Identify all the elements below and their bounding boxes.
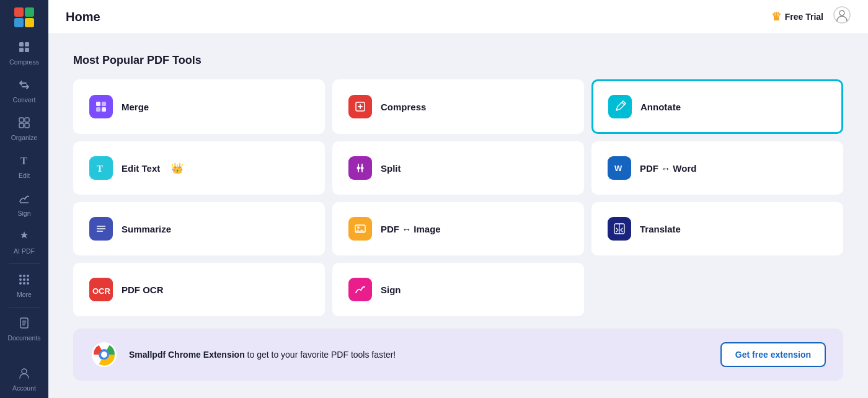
edit-text-crown: 👑: [171, 162, 184, 174]
svg-rect-1: [25, 42, 29, 46]
sidebar-label-edit: Edit: [19, 172, 30, 179]
organize-icon: [17, 116, 31, 131]
extension-banner: Smallpdf Chrome Extension to get to your…: [73, 329, 843, 381]
tool-card-pdf-word[interactable]: W PDF ↔ Word: [591, 141, 843, 195]
sidebar-item-compress[interactable]: Compress: [0, 34, 48, 72]
tool-card-pdf-ocr[interactable]: OCR PDF OCR: [73, 263, 325, 316]
sidebar-item-organize[interactable]: Organize: [0, 110, 48, 148]
svg-point-13: [19, 278, 22, 281]
pdf-word-label: PDF ↔ Word: [640, 163, 696, 174]
svg-rect-29: [102, 107, 106, 112]
get-extension-button[interactable]: Get free extension: [720, 342, 826, 367]
merge-icon: [89, 95, 113, 118]
main-content: Home ♛ Free Trial Most Popular PDF Tools: [48, 0, 868, 398]
sidebar-divider: [9, 263, 40, 264]
tool-card-pdf-image[interactable]: PDF ↔ Image: [332, 202, 584, 255]
split-icon: [348, 156, 372, 180]
section-title: Most Popular PDF Tools: [73, 54, 843, 67]
sign-tool-label: Sign: [381, 285, 401, 295]
pdf-word-icon: W: [608, 156, 631, 180]
translate-label: Translate: [640, 224, 681, 234]
split-label: Split: [381, 163, 401, 174]
sidebar-item-ai-pdf[interactable]: AI PDF: [0, 223, 48, 261]
tool-card-summarize[interactable]: Summarize: [73, 202, 325, 255]
svg-rect-2: [19, 48, 24, 52]
sidebar-label-sign: Sign: [17, 210, 30, 217]
sidebar-item-documents[interactable]: Documents: [0, 310, 48, 348]
sidebar-item-more[interactable]: More: [0, 267, 48, 304]
svg-point-16: [19, 282, 22, 285]
svg-rect-4: [19, 118, 24, 122]
sidebar-item-account[interactable]: Account: [0, 360, 48, 398]
edit-text-icon: T: [89, 156, 113, 180]
svg-rect-5: [25, 118, 29, 122]
content-area: Most Popular PDF Tools Merge: [48, 34, 868, 398]
tool-card-annotate[interactable]: Annotate: [591, 79, 843, 134]
svg-rect-3: [25, 48, 29, 52]
svg-text:T: T: [97, 164, 103, 174]
pdf-ocr-label: PDF OCR: [122, 285, 164, 295]
header: Home ♛ Free Trial: [48, 0, 868, 34]
svg-rect-7: [25, 123, 29, 128]
svg-rect-28: [96, 107, 100, 112]
svg-point-17: [23, 282, 25, 285]
banner-bold-text: Smallpdf Chrome Extension: [129, 350, 245, 360]
svg-point-10: [19, 275, 22, 277]
sign-tool-icon: [348, 278, 372, 301]
sidebar-label-account: Account: [12, 384, 36, 392]
edit-icon: T: [17, 154, 31, 169]
pdf-image-label: PDF ↔ Image: [381, 224, 441, 234]
translate-icon: [608, 217, 631, 241]
sidebar: Compress Convert Organize T Edit: [0, 0, 48, 398]
compress-icon: [17, 40, 31, 56]
svg-point-11: [23, 275, 25, 277]
tool-card-sign[interactable]: Sign: [332, 263, 584, 316]
convert-icon: [17, 78, 31, 94]
svg-text:W: W: [614, 164, 622, 173]
tool-card-compress[interactable]: Compress: [332, 79, 584, 134]
free-trial-button[interactable]: ♛ Free Trial: [771, 10, 823, 24]
svg-point-12: [27, 275, 29, 277]
sidebar-item-sign[interactable]: Sign: [0, 185, 48, 223]
svg-point-48: [101, 352, 107, 358]
svg-point-32: [357, 167, 360, 170]
tool-card-empty: [591, 263, 843, 316]
svg-point-24: [834, 7, 850, 23]
sidebar-label-documents: Documents: [7, 334, 40, 342]
sidebar-label-more: More: [17, 291, 32, 298]
svg-point-33: [361, 167, 364, 170]
annotate-label: Annotate: [640, 102, 681, 112]
free-trial-label: Free Trial: [785, 12, 823, 22]
tool-card-edit-text[interactable]: T Edit Text 👑: [73, 141, 325, 195]
tool-card-split[interactable]: Split: [332, 141, 584, 195]
svg-rect-0: [19, 42, 24, 46]
svg-text:T: T: [20, 156, 27, 166]
edit-text-label: Edit Text: [122, 163, 160, 174]
compress-tool-icon: [348, 95, 372, 118]
chrome-icon: [91, 341, 118, 368]
pdf-image-icon: [348, 217, 372, 241]
app-logo[interactable]: [0, 0, 48, 34]
banner-left: Smallpdf Chrome Extension to get to your…: [91, 341, 396, 368]
svg-point-39: [357, 226, 360, 229]
sidebar-item-convert[interactable]: Convert: [0, 72, 48, 110]
merge-label: Merge: [122, 102, 149, 112]
svg-rect-26: [96, 102, 100, 106]
summarize-label: Summarize: [122, 224, 171, 234]
tools-grid: Merge Compress: [73, 79, 843, 316]
svg-point-25: [839, 11, 844, 15]
user-account-icon[interactable]: [833, 6, 851, 27]
tool-card-translate[interactable]: Translate: [591, 202, 843, 255]
sign-icon: [17, 192, 31, 207]
ai-pdf-icon: [17, 229, 31, 245]
svg-rect-27: [102, 102, 106, 106]
svg-point-23: [22, 369, 27, 374]
documents-icon: [17, 316, 31, 332]
sidebar-label-ai-pdf: AI PDF: [14, 247, 35, 255]
compress-tool-label: Compress: [381, 102, 426, 112]
sidebar-item-edit[interactable]: T Edit: [0, 148, 48, 185]
tool-card-merge[interactable]: Merge: [73, 79, 325, 134]
sidebar-label-convert: Convert: [13, 96, 36, 104]
banner-text: Smallpdf Chrome Extension to get to your…: [129, 350, 396, 360]
page-title: Home: [66, 10, 100, 24]
